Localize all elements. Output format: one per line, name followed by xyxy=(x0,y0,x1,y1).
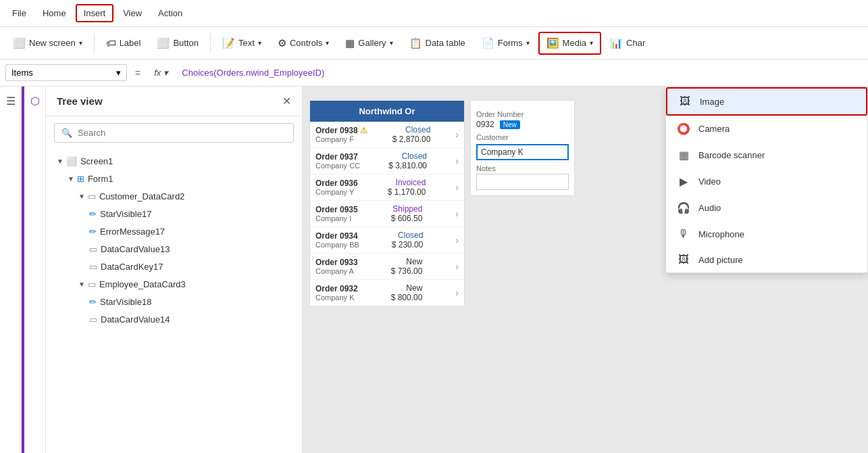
menu-file[interactable]: File xyxy=(5,5,33,21)
tree-close-button[interactable]: ✕ xyxy=(282,95,291,108)
order-company: Company BB xyxy=(315,241,359,249)
media-button[interactable]: 🖼️ Media ▾ xyxy=(538,32,601,55)
order-id: Order 0934 xyxy=(315,231,359,241)
order-row[interactable]: Order 0932 Company K New $ 800.00 › xyxy=(310,280,464,306)
dropdown-item-barcode-scanner[interactable]: ▦ Barcode scanner xyxy=(666,142,867,168)
order-status: Invoiced xyxy=(388,178,426,187)
dropdown-item-label: Image xyxy=(700,97,724,107)
equals-sign: = xyxy=(130,68,146,78)
dropdown-item-microphone[interactable]: 🎙 Microphone xyxy=(666,221,867,247)
menu-home[interactable]: Home xyxy=(36,5,73,21)
dropdown-item-label: Barcode scanner xyxy=(698,150,765,160)
order-info: Order 0938⚠ Company F xyxy=(315,126,367,143)
form1-label: Form1 xyxy=(88,174,113,184)
image-dropdown-header: 🖼 Image xyxy=(666,87,867,116)
order-row[interactable]: Order 0933 Company A New $ 736.00 › xyxy=(310,254,464,280)
fx-button[interactable]: fx ▾ xyxy=(149,65,174,80)
controls-chevron: ▾ xyxy=(326,39,329,47)
datacardvalue14-label: DataCardValue14 xyxy=(101,314,170,325)
controls-icon: ⚙ xyxy=(278,37,286,49)
dropdown-item-label: Microphone xyxy=(698,229,744,239)
dropdown-item-audio[interactable]: 🎧 Audio xyxy=(666,195,867,221)
sidebar-toggle[interactable]: ☰ xyxy=(0,87,22,453)
gallery-chevron: ▾ xyxy=(390,39,393,47)
tree-search-box[interactable]: 🔍 xyxy=(54,123,294,143)
form-icon: ⊞ xyxy=(77,174,84,184)
search-input[interactable] xyxy=(78,128,286,138)
data-table-icon: 📋 xyxy=(409,37,422,49)
active-indicator xyxy=(22,87,24,453)
row-arrow: › xyxy=(455,287,459,298)
tree-item-errormessage17[interactable]: ✏ ErrorMessage17 xyxy=(46,222,302,240)
notes-input[interactable] xyxy=(476,174,569,190)
tree-item-starvisible18[interactable]: ✏ StarVisible18 xyxy=(46,293,302,310)
tree-item-screen1[interactable]: ▼ ⬜ Screen1 xyxy=(46,152,302,170)
menu-action[interactable]: Action xyxy=(151,5,189,21)
button-button[interactable]: ⬜ Button xyxy=(149,32,206,54)
screen1-label: Screen1 xyxy=(80,156,113,166)
tree-item-form1[interactable]: ▼ ⊞ Form1 xyxy=(46,170,302,187)
order-status: New xyxy=(391,283,423,293)
order-row[interactable]: Order 0936 Company Y Invoiced $ 1,170.00… xyxy=(310,174,464,201)
order-status-amount: Closed $ 2,870.00 xyxy=(392,125,431,144)
tree-panel: Tree view ✕ 🔍 ▼ ⬜ Screen1 ▼ ⊞ Form1 ▼ ▭ xyxy=(46,87,303,453)
detail-panel: Order Number 0932 New Customer Notes xyxy=(470,100,575,196)
tree-item-employee-datacard[interactable]: ▼ ▭ Employee_DataCard3 xyxy=(46,275,302,293)
order-row[interactable]: Order 0938⚠ Company F Closed $ 2,870.00 … xyxy=(310,122,464,148)
order-row[interactable]: Order 0934 Company BB Closed $ 230.00 › xyxy=(310,227,464,254)
tree-item-customer-datacard[interactable]: ▼ ▭ Customer_DataCard2 xyxy=(46,187,302,205)
tree-item-datacardvalue13[interactable]: ▭ DataCardValue13 xyxy=(46,240,302,258)
menu-insert[interactable]: Insert xyxy=(76,4,114,22)
notes-label: Notes xyxy=(476,164,569,172)
new-screen-button[interactable]: ⬜ New screen ▾ xyxy=(5,32,90,54)
dropdown-item-image[interactable]: 🖼 Image xyxy=(667,89,866,114)
layers-icon[interactable]: ⬡ xyxy=(30,95,40,108)
data-icon-2: ▭ xyxy=(89,262,97,272)
star-icon-1: ✏ xyxy=(89,209,97,219)
order-company: Company CC xyxy=(315,162,360,170)
gallery-button[interactable]: ▦ Gallery ▾ xyxy=(338,32,400,54)
order-row[interactable]: Order 0935 Company I Shipped $ 606.50 › xyxy=(310,201,464,227)
data-table-button[interactable]: 📋 Data table xyxy=(402,32,473,54)
order-id: Order 0932 xyxy=(315,284,358,293)
chart-button[interactable]: 📊 Char xyxy=(603,32,653,54)
customer-card-arrow: ▼ xyxy=(78,193,85,200)
order-badge: New xyxy=(500,120,520,129)
menu-view[interactable]: View xyxy=(116,5,149,21)
customer-datacard-label: Customer_DataCard2 xyxy=(99,191,184,201)
datacardvalue13-label: DataCardValue13 xyxy=(101,244,170,254)
label-button[interactable]: 🏷 Label xyxy=(99,32,149,53)
text-icon: 📝 xyxy=(222,37,235,49)
main-layout: ☰ ⬡ Tree view ✕ 🔍 ▼ ⬜ Screen1 ▼ ⊞ Form xyxy=(0,87,868,453)
new-screen-chevron: ▾ xyxy=(79,39,82,47)
controls-button[interactable]: ⚙ Controls ▾ xyxy=(270,32,336,54)
chart-icon: 📊 xyxy=(610,37,623,49)
dropdown-item-camera[interactable]: ⭕ Camera xyxy=(666,116,867,142)
tree-item-datacardkey17[interactable]: ▭ DataCardKey17 xyxy=(46,258,302,275)
order-row[interactable]: Order 0937 Company CC Closed $ 3,810.00 … xyxy=(310,148,464,174)
starvisible17-label: StarVisible17 xyxy=(100,209,151,219)
order-company: Company A xyxy=(315,267,358,275)
forms-button[interactable]: 📄 Forms ▾ xyxy=(474,32,537,54)
card-icon-2: ▭ xyxy=(88,279,96,289)
button-icon: ⬜ xyxy=(157,37,170,49)
video-icon: ▶ xyxy=(677,175,690,188)
order-number-value: 0932 xyxy=(476,120,494,129)
row-arrow: › xyxy=(455,182,459,193)
card-icon-1: ▭ xyxy=(88,191,96,201)
image-icon: 🖼 xyxy=(678,95,692,108)
customer-input[interactable] xyxy=(476,144,569,160)
order-status: Closed xyxy=(392,125,431,135)
data-icon-1: ▭ xyxy=(89,244,97,254)
media-chevron: ▾ xyxy=(590,39,593,47)
order-info: Order 0935 Company I xyxy=(315,205,358,222)
dropdown-item-add-picture[interactable]: 🖼 Add picture xyxy=(666,247,867,272)
order-id: Order 0938⚠ xyxy=(315,126,367,135)
order-amount: $ 230.00 xyxy=(392,240,424,249)
formula-selector[interactable]: Items ▾ xyxy=(5,64,127,81)
dropdown-item-video[interactable]: ▶ Video xyxy=(666,168,867,195)
order-amount: $ 1,170.00 xyxy=(388,187,426,197)
tree-item-datacardvalue14[interactable]: ▭ DataCardValue14 xyxy=(46,310,302,328)
tree-item-starvisible17[interactable]: ✏ StarVisible17 xyxy=(46,205,302,222)
text-button[interactable]: 📝 Text ▾ xyxy=(215,32,269,54)
